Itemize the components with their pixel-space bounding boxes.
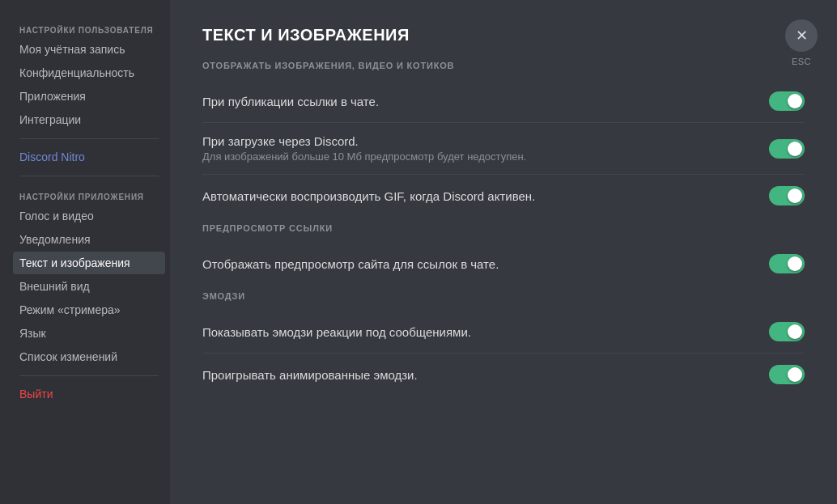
setting-site-preview: Отображать предпросмотр сайта для ссылок… (202, 243, 805, 285)
section-images-header: ОТОБРАЖАТЬ ИЗОБРАЖЕНИЯ, ВИДЕО И КОТИКОВ (202, 61, 805, 70)
toggle-gif-autoplay[interactable] (769, 186, 805, 205)
sidebar-section-app-label: НАСТРОЙКИ ПРИЛОЖЕНИЯ (13, 186, 165, 205)
setting-gif-autoplay: Автоматически воспроизводить GIF, когда … (202, 175, 805, 217)
sidebar-item-streamer-mode[interactable]: Режим «стримера» (13, 299, 165, 321)
sidebar-divider-2 (19, 176, 159, 176)
section-emoji-header: ЭМОДЗИ (202, 291, 805, 301)
page-title: ТЕКСТ И ИЗОБРАЖЕНИЯ (202, 26, 805, 44)
toggle-gif-autoplay-thumb (788, 188, 802, 203)
setting-discord-upload-label: При загрузке через Discord. (202, 134, 756, 148)
toggle-site-preview-thumb (788, 256, 802, 271)
sidebar-section-user-label: НАСТРОЙКИ ПОЛЬЗОВАТЕЛЯ (13, 19, 165, 38)
toggle-link-preview-track[interactable] (769, 91, 805, 111)
sidebar-item-voice-video[interactable]: Голос и видео (13, 205, 165, 227)
toggle-link-preview[interactable] (769, 91, 805, 111)
esc-label: ESC (792, 57, 811, 66)
main-content: ТЕКСТ И ИЗОБРАЖЕНИЯ ✕ ESC ОТОБРАЖАТЬ ИЗО… (170, 0, 837, 504)
sidebar-divider-3 (19, 375, 159, 376)
sidebar-item-changelog[interactable]: Список изменений (13, 345, 165, 368)
section-emoji: ЭМОДЗИ Показывать эмодзи реакции под соо… (202, 291, 805, 396)
setting-emoji-reactions: Показывать эмодзи реакции под сообщениям… (202, 311, 805, 354)
toggle-site-preview-track[interactable] (769, 254, 805, 273)
setting-animated-emoji-label: Проигрывать анимированные эмодзи. (202, 368, 756, 382)
toggle-discord-upload[interactable] (769, 139, 805, 159)
toggle-animated-emoji-thumb (788, 367, 802, 382)
sidebar-item-notifications[interactable]: Уведомления (13, 228, 165, 251)
sidebar-divider-1 (19, 138, 159, 139)
sidebar-item-nitro[interactable]: Discord Nitro (13, 146, 165, 168)
sidebar-item-language[interactable]: Язык (13, 322, 165, 345)
toggle-animated-emoji-track[interactable] (769, 365, 805, 384)
section-images: ОТОБРАЖАТЬ ИЗОБРАЖЕНИЯ, ВИДЕО И КОТИКОВ … (202, 61, 805, 217)
section-link-preview: ПРЕДПРОСМОТР ССЫЛКИ Отображать предпросм… (202, 223, 805, 285)
toggle-animated-emoji[interactable] (769, 365, 805, 384)
section-link-preview-header: ПРЕДПРОСМОТР ССЫЛКИ (202, 223, 805, 233)
toggle-emoji-reactions[interactable] (769, 322, 805, 341)
sidebar-item-logout[interactable]: Выйти (13, 383, 165, 405)
sidebar-item-appearance[interactable]: Внешний вид (13, 275, 165, 298)
close-icon[interactable]: ✕ (785, 19, 818, 52)
setting-animated-emoji: Проигрывать анимированные эмодзи. (202, 354, 805, 396)
toggle-gif-autoplay-track[interactable] (769, 186, 805, 205)
toggle-emoji-reactions-track[interactable] (769, 322, 805, 341)
esc-button[interactable]: ✕ ESC (785, 19, 818, 66)
sidebar: НАСТРОЙКИ ПОЛЬЗОВАТЕЛЯ Моя учётная запис… (0, 0, 170, 504)
setting-link-preview-label: При публикации ссылки в чате. (202, 95, 756, 108)
setting-site-preview-label: Отображать предпросмотр сайта для ссылок… (202, 257, 756, 271)
setting-discord-upload: При загрузке через Discord. Для изображе… (202, 123, 805, 175)
toggle-emoji-reactions-thumb (788, 324, 802, 339)
sidebar-item-apps[interactable]: Приложения (13, 85, 165, 108)
sidebar-item-my-account[interactable]: Моя учётная запись (13, 38, 165, 61)
setting-gif-autoplay-label: Автоматически воспроизводить GIF, когда … (202, 189, 756, 203)
toggle-site-preview[interactable] (769, 254, 805, 273)
toggle-link-preview-thumb (788, 94, 802, 108)
toggle-discord-upload-track[interactable] (769, 139, 805, 159)
sidebar-item-integrations[interactable]: Интеграции (13, 108, 165, 131)
sidebar-item-privacy[interactable]: Конфиденциальность (13, 61, 165, 84)
setting-emoji-reactions-label: Показывать эмодзи реакции под сообщениям… (202, 325, 756, 339)
sidebar-item-text-images[interactable]: Текст и изображения (13, 252, 165, 274)
setting-discord-upload-sublabel: Для изображений больше 10 Мб предпросмот… (202, 150, 756, 163)
setting-link-preview: При публикации ссылки в чате. (202, 80, 805, 123)
toggle-discord-upload-thumb (788, 142, 802, 156)
